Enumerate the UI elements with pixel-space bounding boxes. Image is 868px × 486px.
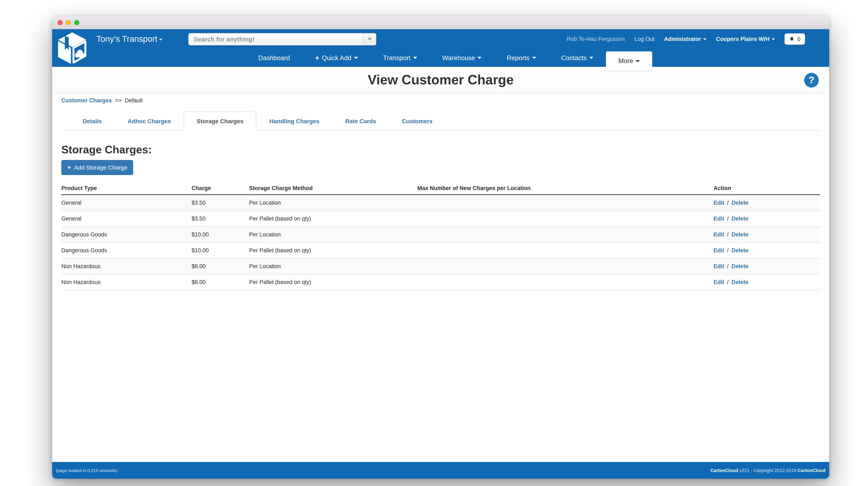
section-heading: Storage Charges: (61, 143, 820, 156)
cartoncloud-logo-icon[interactable] (56, 32, 89, 65)
column-header: Product Type (61, 184, 191, 195)
cell-charge: $6.00 (191, 274, 249, 290)
search-input[interactable] (189, 33, 363, 45)
nav-menu-label: Warehouse (442, 54, 475, 62)
navbar-top-row: Tony's Transport Rob Te-Hau Fergusson Lo… (52, 29, 829, 49)
minimize-button[interactable] (66, 20, 71, 25)
chevron-down-icon (413, 57, 417, 59)
nav-menu-label: Dashboard (258, 54, 290, 62)
chevron-down-icon (368, 38, 372, 40)
column-header: Max Number of New Charges per Location (417, 184, 714, 195)
cell-storage-charge-method: Per Location (249, 195, 417, 211)
cell-charge: $10.00 (191, 227, 249, 242)
tab[interactable]: Customers (389, 112, 445, 131)
footer-version: v221 - Copyright 2012-2019 (740, 468, 797, 473)
action-separator: / (727, 263, 729, 269)
edit-link[interactable]: Edit (714, 263, 724, 269)
cell-product-type: Non Hazardous (61, 274, 191, 290)
cell-storage-charge-method: Per Location (249, 258, 417, 274)
tab[interactable]: Handling Charges (256, 112, 332, 131)
logout-link[interactable]: Log Out (634, 36, 654, 42)
add-storage-charge-button[interactable]: Add Storage Charge (61, 160, 133, 175)
search-scope-dropdown[interactable] (363, 33, 376, 45)
tab-label: Customers (402, 118, 432, 124)
column-header: Storage Charge Method (249, 184, 417, 195)
table-row: General $3.50 Per Pallet (based on qty) … (61, 211, 820, 227)
table-row: Dangerous Goods $10.00 Per Pallet (based… (61, 242, 820, 258)
help-icon[interactable] (804, 73, 819, 87)
nav-menu-item[interactable]: Quick Add (302, 49, 370, 67)
main-menu: Dashboard Quick Add Transport (52, 49, 829, 67)
delete-link[interactable]: Delete (732, 216, 748, 222)
action-separator: / (727, 247, 729, 254)
edit-link[interactable]: Edit (714, 279, 724, 285)
action-separator: / (727, 231, 729, 238)
column-header: Charge (191, 184, 249, 195)
edit-link[interactable]: Edit (714, 247, 724, 254)
global-search (188, 33, 376, 45)
notifications-button[interactable]: 0 (784, 33, 805, 45)
page-title: View Customer Charge (368, 72, 514, 88)
tab-label: Handling Charges (269, 118, 319, 124)
cell-max-new-charges (417, 227, 714, 242)
plus-icon (67, 164, 71, 171)
nav-menu-label: Reports (507, 54, 530, 62)
column-header: Action (714, 184, 820, 195)
notification-count: 0 (798, 36, 800, 42)
page-header: View Customer Charge (52, 67, 829, 93)
cell-max-new-charges (417, 258, 714, 274)
nav-menu-item[interactable]: Dashboard (246, 49, 303, 67)
cell-storage-charge-method: Per Pallet (based on qty) (249, 242, 417, 258)
nav-menu-item[interactable]: More (606, 51, 652, 70)
tab-bar: Details Adhoc Charges Storage Charges Ha… (61, 112, 820, 131)
delete-link[interactable]: Delete (732, 279, 748, 285)
table-row: Dangerous Goods $10.00 Per Location Edit… (61, 227, 820, 242)
browser-window: Tony's Transport Rob Te-Hau Fergusson Lo… (52, 16, 829, 479)
edit-link[interactable]: Edit (714, 231, 724, 238)
delete-link[interactable]: Delete (732, 231, 748, 238)
warehouse-label: Coopers Plains W/H (716, 36, 770, 42)
tab[interactable]: Storage Charges (184, 112, 256, 131)
bell-icon (789, 36, 795, 42)
footer-copyright: CartonCloud v221 - Copyright 2012-2019 C… (710, 468, 826, 473)
role-dropdown[interactable]: Administrator (664, 36, 707, 42)
close-button[interactable] (58, 20, 63, 25)
cell-charge: $3.50 (191, 195, 249, 211)
main-content: Customer Charges >> Default Details Adho… (52, 93, 829, 462)
edit-link[interactable]: Edit (714, 216, 724, 222)
action-separator: / (727, 216, 729, 222)
nav-menu-item[interactable]: Contacts (549, 49, 606, 67)
table-header-row: Product Type Charge Storage Charge Metho… (61, 184, 820, 195)
cell-product-type: Non Hazardous (61, 258, 191, 274)
warehouse-dropdown[interactable]: Coopers Plains W/H (716, 36, 775, 42)
cell-product-type: Dangerous Goods (61, 227, 191, 242)
nav-menu-item[interactable]: Transport (371, 49, 430, 67)
tab[interactable]: Rate Cards (332, 112, 389, 131)
nav-menu-label: More (618, 57, 633, 65)
tab[interactable]: Details (70, 112, 115, 131)
cell-max-new-charges (417, 195, 714, 211)
delete-link[interactable]: Delete (732, 263, 748, 269)
page-load-time: (page loaded in 0.215 seconds) (56, 468, 117, 473)
nav-menu-label: Transport (383, 54, 411, 62)
tab[interactable]: Adhoc Charges (115, 112, 184, 131)
tenant-switcher[interactable]: Tony's Transport (96, 34, 162, 44)
breadcrumb: Customer Charges >> Default (61, 97, 820, 104)
window-titlebar (52, 16, 829, 29)
breadcrumb-link-customer-charges[interactable]: Customer Charges (61, 97, 112, 104)
tab-label: Rate Cards (345, 118, 376, 124)
nav-menu-label: Quick Add (322, 54, 351, 62)
zoom-button[interactable] (74, 20, 79, 25)
nav-menu-item[interactable]: Reports (494, 49, 549, 67)
edit-link[interactable]: Edit (714, 200, 724, 206)
table-row: General $3.50 Per Location Edit / Delete (61, 195, 820, 211)
table-row: Non Hazardous $6.00 Per Pallet (based on… (61, 274, 820, 290)
navbar-user-area: Rob Te-Hau Fergusson Log Out Administrat… (567, 33, 829, 45)
table-row: Non Hazardous $6.00 Per Location Edit / … (61, 258, 820, 274)
nav-menu-item[interactable]: Warehouse (430, 49, 494, 67)
role-label: Administrator (664, 36, 701, 42)
tab-label: Adhoc Charges (128, 118, 171, 124)
delete-link[interactable]: Delete (732, 247, 748, 254)
cell-max-new-charges (417, 242, 714, 258)
delete-link[interactable]: Delete (732, 200, 748, 206)
